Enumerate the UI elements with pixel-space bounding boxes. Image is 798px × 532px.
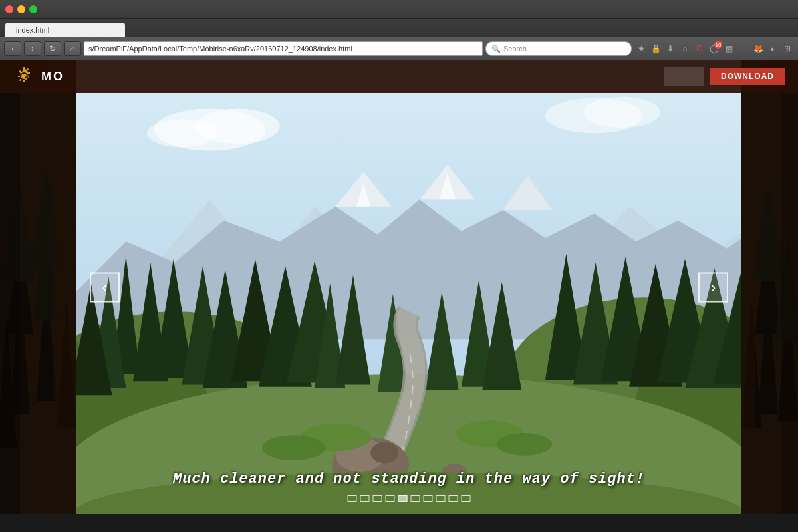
tree-silhouette-left: [0, 82, 76, 514]
svg-point-53: [262, 435, 325, 460]
forest-left: [0, 60, 76, 514]
side-panel-right: [741, 60, 798, 514]
separator: |: [737, 42, 750, 55]
app-header-right: DOWNLOAD: [664, 67, 785, 86]
indicator-1[interactable]: [348, 495, 357, 502]
svg-rect-9: [53, 82, 76, 514]
app-content: MO DOWNLOAD: [0, 60, 798, 514]
badge-count: 10: [714, 41, 722, 49]
svg-rect-70: [781, 82, 798, 514]
indicator-7[interactable]: [424, 495, 433, 502]
logo-text: MO: [41, 70, 65, 84]
home-button[interactable]: ⌂: [64, 41, 81, 56]
maximize-button[interactable]: [29, 5, 37, 13]
lock-icon[interactable]: 🔒: [649, 42, 662, 55]
scene: ‹ › Much cleaner and not standing in the…: [76, 60, 741, 514]
svg-point-49: [370, 442, 398, 464]
next-arrow-icon: ›: [711, 279, 716, 295]
gear-icon: [13, 66, 35, 87]
slide-indicators: [348, 495, 471, 502]
address-text: s/DreamPiF/AppData/Local/Temp/Mobirise-n…: [88, 45, 352, 53]
browser-window-controls: [0, 0, 798, 19]
toolbar-icons: ★ 🔒 ⬇ ⌂ O ⬡ 10 ▦ | 🦊 ▸ ⊞: [634, 42, 794, 55]
svg-point-55: [496, 433, 552, 456]
indicator-2[interactable]: [360, 495, 370, 502]
scene-svg: [76, 60, 741, 514]
menu-icon[interactable]: ▦: [722, 42, 735, 55]
indicator-9[interactable]: [449, 495, 458, 502]
svg-point-59: [147, 119, 217, 147]
indicator-5[interactable]: [398, 495, 408, 502]
indicator-10[interactable]: [462, 495, 471, 502]
indicator-3[interactable]: [373, 495, 382, 502]
tree-silhouette-right: [741, 82, 798, 514]
header-box: [664, 67, 704, 86]
slide-caption: Much cleaner and not standing in the way…: [76, 471, 741, 487]
svg-rect-10: [0, 82, 20, 514]
app-header: MO DOWNLOAD: [0, 60, 798, 93]
slider-container: ‹ › Much cleaner and not standing in the…: [76, 60, 741, 514]
grid-icon[interactable]: ⊞: [781, 42, 794, 55]
search-bar[interactable]: 🔍 Search: [485, 41, 632, 56]
indicator-6[interactable]: [411, 495, 420, 502]
app-logo: MO: [13, 66, 65, 87]
back-button[interactable]: ‹: [4, 41, 21, 56]
caption-text: Much cleaner and not standing in the way…: [173, 471, 645, 487]
navigation-bar: ‹ › ↻ ⌂ s/DreamPiF/AppData/Local/Temp/Mo…: [0, 37, 798, 60]
address-bar[interactable]: s/DreamPiF/AppData/Local/Temp/Mobirise-n…: [84, 41, 483, 56]
history-icon[interactable]: ⌂: [678, 42, 692, 55]
extensions-icon[interactable]: ⬡ 10: [708, 42, 721, 55]
bookmark-icon[interactable]: ★: [634, 42, 648, 55]
addon-icon[interactable]: 🦊: [751, 42, 765, 55]
side-panel-left: [0, 60, 76, 514]
prev-arrow-icon: ‹: [102, 279, 108, 295]
active-tab[interactable]: index.html: [5, 23, 125, 37]
download-icon[interactable]: ⬇: [664, 42, 677, 55]
next-slide-button[interactable]: ›: [698, 272, 728, 302]
search-placeholder: Search: [503, 45, 527, 53]
download-button[interactable]: DOWNLOAD: [710, 68, 785, 85]
indicator-8[interactable]: [436, 495, 446, 502]
expand-icon[interactable]: ▸: [766, 42, 779, 55]
forest-right: [741, 60, 798, 514]
close-button[interactable]: [5, 5, 13, 13]
forward-button[interactable]: ›: [24, 41, 41, 56]
prev-slide-button[interactable]: ‹: [90, 272, 120, 302]
indicator-4[interactable]: [386, 495, 395, 502]
tab-title: index.html: [16, 26, 49, 34]
minimize-button[interactable]: [17, 5, 25, 13]
tab-bar: index.html: [0, 19, 798, 37]
opera-icon[interactable]: O: [693, 42, 706, 55]
svg-point-61: [584, 97, 661, 128]
svg-rect-69: [741, 82, 755, 514]
reload-button[interactable]: ↻: [44, 41, 61, 56]
search-icon: 🔍: [491, 45, 501, 53]
